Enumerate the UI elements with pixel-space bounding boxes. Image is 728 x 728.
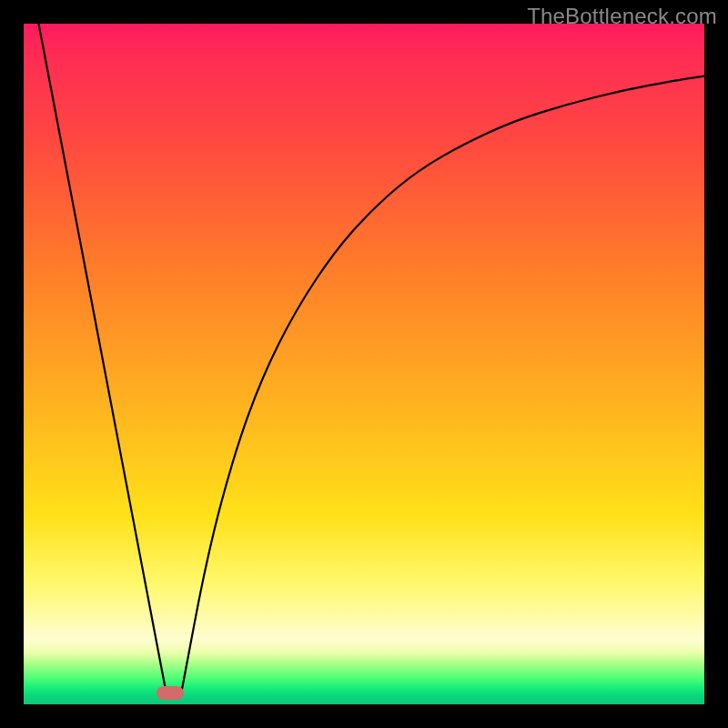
chart-canvas: TheBottleneck.com [0, 0, 728, 728]
plot-area [24, 24, 704, 704]
curve-svg [24, 24, 704, 704]
vertex-marker [157, 686, 184, 700]
curve-path [38, 24, 704, 692]
